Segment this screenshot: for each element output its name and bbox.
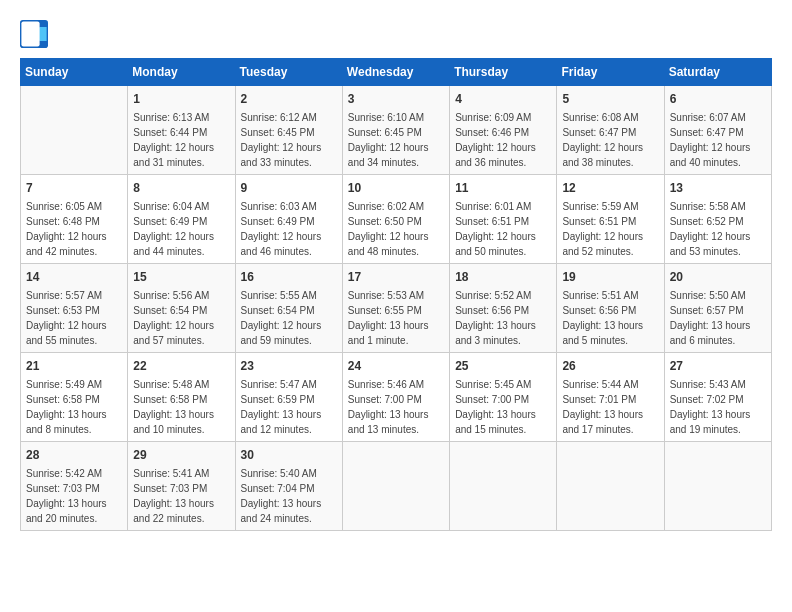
calendar-cell: 5Sunrise: 6:08 AM Sunset: 6:47 PM Daylig… xyxy=(557,86,664,175)
calendar-cell: 2Sunrise: 6:12 AM Sunset: 6:45 PM Daylig… xyxy=(235,86,342,175)
day-number: 21 xyxy=(26,357,122,375)
cell-content: Sunrise: 5:45 AM Sunset: 7:00 PM Dayligh… xyxy=(455,377,551,437)
cell-content: Sunrise: 5:59 AM Sunset: 6:51 PM Dayligh… xyxy=(562,199,658,259)
cell-content: Sunrise: 6:10 AM Sunset: 6:45 PM Dayligh… xyxy=(348,110,444,170)
day-number: 18 xyxy=(455,268,551,286)
calendar-cell: 13Sunrise: 5:58 AM Sunset: 6:52 PM Dayli… xyxy=(664,175,771,264)
calendar-cell: 16Sunrise: 5:55 AM Sunset: 6:54 PM Dayli… xyxy=(235,264,342,353)
calendar-table: SundayMondayTuesdayWednesdayThursdayFrid… xyxy=(20,58,772,531)
cell-content: Sunrise: 5:51 AM Sunset: 6:56 PM Dayligh… xyxy=(562,288,658,348)
day-number: 6 xyxy=(670,90,766,108)
day-number: 29 xyxy=(133,446,229,464)
cell-content: Sunrise: 5:40 AM Sunset: 7:04 PM Dayligh… xyxy=(241,466,337,526)
cell-content: Sunrise: 5:47 AM Sunset: 6:59 PM Dayligh… xyxy=(241,377,337,437)
calendar-cell: 20Sunrise: 5:50 AM Sunset: 6:57 PM Dayli… xyxy=(664,264,771,353)
cell-content: Sunrise: 5:42 AM Sunset: 7:03 PM Dayligh… xyxy=(26,466,122,526)
day-number: 12 xyxy=(562,179,658,197)
col-header-saturday: Saturday xyxy=(664,59,771,86)
cell-content: Sunrise: 6:01 AM Sunset: 6:51 PM Dayligh… xyxy=(455,199,551,259)
day-number: 25 xyxy=(455,357,551,375)
cell-content: Sunrise: 5:43 AM Sunset: 7:02 PM Dayligh… xyxy=(670,377,766,437)
calendar-cell: 15Sunrise: 5:56 AM Sunset: 6:54 PM Dayli… xyxy=(128,264,235,353)
col-header-sunday: Sunday xyxy=(21,59,128,86)
day-number: 16 xyxy=(241,268,337,286)
calendar-cell: 25Sunrise: 5:45 AM Sunset: 7:00 PM Dayli… xyxy=(450,353,557,442)
cell-content: Sunrise: 5:56 AM Sunset: 6:54 PM Dayligh… xyxy=(133,288,229,348)
day-number: 30 xyxy=(241,446,337,464)
cell-content: Sunrise: 5:52 AM Sunset: 6:56 PM Dayligh… xyxy=(455,288,551,348)
week-row-3: 14Sunrise: 5:57 AM Sunset: 6:53 PM Dayli… xyxy=(21,264,772,353)
calendar-cell: 8Sunrise: 6:04 AM Sunset: 6:49 PM Daylig… xyxy=(128,175,235,264)
day-number: 20 xyxy=(670,268,766,286)
col-header-friday: Friday xyxy=(557,59,664,86)
day-number: 10 xyxy=(348,179,444,197)
day-number: 8 xyxy=(133,179,229,197)
cell-content: Sunrise: 6:07 AM Sunset: 6:47 PM Dayligh… xyxy=(670,110,766,170)
cell-content: Sunrise: 6:08 AM Sunset: 6:47 PM Dayligh… xyxy=(562,110,658,170)
calendar-cell: 4Sunrise: 6:09 AM Sunset: 6:46 PM Daylig… xyxy=(450,86,557,175)
day-number: 2 xyxy=(241,90,337,108)
calendar-cell: 19Sunrise: 5:51 AM Sunset: 6:56 PM Dayli… xyxy=(557,264,664,353)
day-number: 28 xyxy=(26,446,122,464)
col-header-thursday: Thursday xyxy=(450,59,557,86)
calendar-cell: 7Sunrise: 6:05 AM Sunset: 6:48 PM Daylig… xyxy=(21,175,128,264)
calendar-cell xyxy=(342,442,449,531)
logo-icon xyxy=(20,20,48,48)
cell-content: Sunrise: 6:12 AM Sunset: 6:45 PM Dayligh… xyxy=(241,110,337,170)
calendar-cell: 1Sunrise: 6:13 AM Sunset: 6:44 PM Daylig… xyxy=(128,86,235,175)
calendar-cell: 29Sunrise: 5:41 AM Sunset: 7:03 PM Dayli… xyxy=(128,442,235,531)
cell-content: Sunrise: 5:55 AM Sunset: 6:54 PM Dayligh… xyxy=(241,288,337,348)
calendar-cell: 22Sunrise: 5:48 AM Sunset: 6:58 PM Dayli… xyxy=(128,353,235,442)
header-row: SundayMondayTuesdayWednesdayThursdayFrid… xyxy=(21,59,772,86)
cell-content: Sunrise: 6:05 AM Sunset: 6:48 PM Dayligh… xyxy=(26,199,122,259)
page-header xyxy=(20,20,772,48)
week-row-2: 7Sunrise: 6:05 AM Sunset: 6:48 PM Daylig… xyxy=(21,175,772,264)
day-number: 19 xyxy=(562,268,658,286)
day-number: 9 xyxy=(241,179,337,197)
cell-content: Sunrise: 6:02 AM Sunset: 6:50 PM Dayligh… xyxy=(348,199,444,259)
calendar-cell: 11Sunrise: 6:01 AM Sunset: 6:51 PM Dayli… xyxy=(450,175,557,264)
calendar-cell: 17Sunrise: 5:53 AM Sunset: 6:55 PM Dayli… xyxy=(342,264,449,353)
cell-content: Sunrise: 5:48 AM Sunset: 6:58 PM Dayligh… xyxy=(133,377,229,437)
logo xyxy=(20,20,52,48)
calendar-cell: 23Sunrise: 5:47 AM Sunset: 6:59 PM Dayli… xyxy=(235,353,342,442)
calendar-cell: 14Sunrise: 5:57 AM Sunset: 6:53 PM Dayli… xyxy=(21,264,128,353)
day-number: 4 xyxy=(455,90,551,108)
cell-content: Sunrise: 5:41 AM Sunset: 7:03 PM Dayligh… xyxy=(133,466,229,526)
col-header-monday: Monday xyxy=(128,59,235,86)
day-number: 5 xyxy=(562,90,658,108)
week-row-1: 1Sunrise: 6:13 AM Sunset: 6:44 PM Daylig… xyxy=(21,86,772,175)
calendar-cell: 9Sunrise: 6:03 AM Sunset: 6:49 PM Daylig… xyxy=(235,175,342,264)
calendar-cell: 28Sunrise: 5:42 AM Sunset: 7:03 PM Dayli… xyxy=(21,442,128,531)
day-number: 17 xyxy=(348,268,444,286)
day-number: 3 xyxy=(348,90,444,108)
day-number: 11 xyxy=(455,179,551,197)
cell-content: Sunrise: 6:04 AM Sunset: 6:49 PM Dayligh… xyxy=(133,199,229,259)
calendar-cell xyxy=(664,442,771,531)
calendar-cell: 21Sunrise: 5:49 AM Sunset: 6:58 PM Dayli… xyxy=(21,353,128,442)
cell-content: Sunrise: 6:13 AM Sunset: 6:44 PM Dayligh… xyxy=(133,110,229,170)
calendar-cell: 26Sunrise: 5:44 AM Sunset: 7:01 PM Dayli… xyxy=(557,353,664,442)
cell-content: Sunrise: 6:03 AM Sunset: 6:49 PM Dayligh… xyxy=(241,199,337,259)
calendar-cell: 30Sunrise: 5:40 AM Sunset: 7:04 PM Dayli… xyxy=(235,442,342,531)
day-number: 1 xyxy=(133,90,229,108)
cell-content: Sunrise: 6:09 AM Sunset: 6:46 PM Dayligh… xyxy=(455,110,551,170)
calendar-cell xyxy=(450,442,557,531)
day-number: 27 xyxy=(670,357,766,375)
cell-content: Sunrise: 5:46 AM Sunset: 7:00 PM Dayligh… xyxy=(348,377,444,437)
day-number: 26 xyxy=(562,357,658,375)
day-number: 7 xyxy=(26,179,122,197)
day-number: 15 xyxy=(133,268,229,286)
calendar-cell: 27Sunrise: 5:43 AM Sunset: 7:02 PM Dayli… xyxy=(664,353,771,442)
cell-content: Sunrise: 5:57 AM Sunset: 6:53 PM Dayligh… xyxy=(26,288,122,348)
week-row-4: 21Sunrise: 5:49 AM Sunset: 6:58 PM Dayli… xyxy=(21,353,772,442)
calendar-cell: 3Sunrise: 6:10 AM Sunset: 6:45 PM Daylig… xyxy=(342,86,449,175)
cell-content: Sunrise: 5:58 AM Sunset: 6:52 PM Dayligh… xyxy=(670,199,766,259)
calendar-cell: 6Sunrise: 6:07 AM Sunset: 6:47 PM Daylig… xyxy=(664,86,771,175)
week-row-5: 28Sunrise: 5:42 AM Sunset: 7:03 PM Dayli… xyxy=(21,442,772,531)
day-number: 22 xyxy=(133,357,229,375)
calendar-cell: 24Sunrise: 5:46 AM Sunset: 7:00 PM Dayli… xyxy=(342,353,449,442)
day-number: 14 xyxy=(26,268,122,286)
calendar-cell xyxy=(557,442,664,531)
col-header-tuesday: Tuesday xyxy=(235,59,342,86)
